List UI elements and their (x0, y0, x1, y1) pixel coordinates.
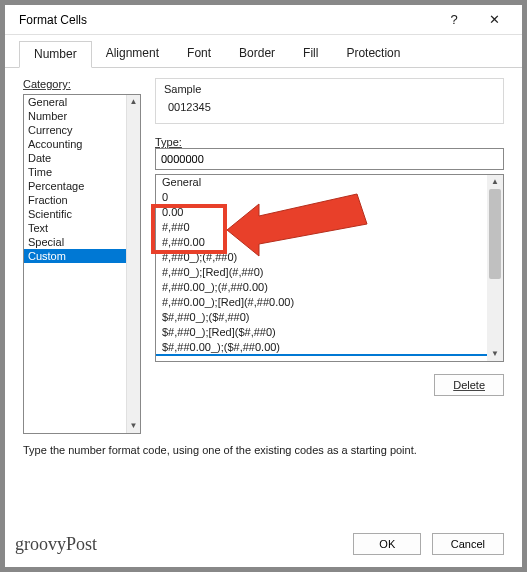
format-item[interactable]: 0 (156, 190, 503, 205)
dialog-footer: groovyPost OK Cancel (5, 523, 522, 567)
category-item-date[interactable]: Date (24, 151, 140, 165)
category-item-custom[interactable]: Custom (24, 249, 140, 263)
format-cells-dialog: Format Cells ? ✕ Number Alignment Font B… (4, 4, 523, 568)
category-item-fraction[interactable]: Fraction (24, 193, 140, 207)
tab-protection[interactable]: Protection (332, 41, 414, 67)
type-label: Type: (155, 136, 504, 148)
format-item[interactable]: $#,##0_);($#,##0) (156, 310, 503, 325)
tab-border[interactable]: Border (225, 41, 289, 67)
tab-strip: Number Alignment Font Border Fill Protec… (5, 35, 522, 68)
scroll-down-icon[interactable]: ▼ (487, 347, 503, 361)
scroll-up-icon[interactable]: ▲ (127, 95, 140, 109)
category-item-percentage[interactable]: Percentage (24, 179, 140, 193)
category-item-text[interactable]: Text (24, 221, 140, 235)
category-item-scientific[interactable]: Scientific (24, 207, 140, 221)
sample-label: Sample (164, 83, 495, 95)
format-item[interactable]: General (156, 175, 503, 190)
format-item[interactable]: #,##0.00_);[Red](#,##0.00) (156, 295, 503, 310)
number-tab-content: Category: General Number Currency Accoun… (5, 68, 522, 523)
format-item[interactable]: #,##0_);[Red](#,##0) (156, 265, 503, 280)
scroll-up-icon[interactable]: ▲ (487, 175, 503, 189)
tab-alignment[interactable]: Alignment (92, 41, 173, 67)
delete-button[interactable]: Delete (434, 374, 504, 396)
dialog-title: Format Cells (19, 13, 434, 27)
cancel-button[interactable]: Cancel (432, 533, 504, 555)
category-item-time[interactable]: Time (24, 165, 140, 179)
category-item-special[interactable]: Special (24, 235, 140, 249)
format-item[interactable]: $#,##0_);[Red]($#,##0) (156, 325, 503, 340)
ok-button[interactable]: OK (353, 533, 421, 555)
category-item-accounting[interactable]: Accounting (24, 137, 140, 151)
category-item-currency[interactable]: Currency (24, 123, 140, 137)
scrollbar-thumb[interactable] (489, 189, 501, 279)
type-input[interactable] (155, 148, 504, 170)
scroll-down-icon[interactable]: ▼ (127, 419, 140, 433)
format-item[interactable]: $#,##0.00_);($#,##0.00) (156, 340, 503, 356)
watermark-logo: groovyPost (15, 534, 97, 555)
hint-text: Type the number format code, using one o… (23, 444, 504, 456)
sample-box: Sample 0012345 (155, 78, 504, 124)
titlebar: Format Cells ? ✕ (5, 5, 522, 35)
category-item-number[interactable]: Number (24, 109, 140, 123)
help-icon[interactable]: ? (434, 12, 474, 27)
category-item-general[interactable]: General (24, 95, 140, 109)
category-listbox[interactable]: General Number Currency Accounting Date … (23, 94, 141, 434)
format-item[interactable]: #,##0.00_);(#,##0.00) (156, 280, 503, 295)
format-item[interactable]: #,##0 (156, 220, 503, 235)
tab-font[interactable]: Font (173, 41, 225, 67)
close-icon[interactable]: ✕ (474, 12, 514, 27)
tab-fill[interactable]: Fill (289, 41, 332, 67)
format-listbox[interactable]: General 0 0.00 #,##0 #,##0.00 #,##0_);(#… (155, 174, 504, 362)
tab-number[interactable]: Number (19, 41, 92, 68)
format-scrollbar[interactable]: ▲ ▼ (487, 175, 503, 361)
format-item[interactable]: #,##0_);(#,##0) (156, 250, 503, 265)
category-label: Category: (23, 78, 141, 90)
format-item[interactable]: #,##0.00 (156, 235, 503, 250)
format-item[interactable]: 0.00 (156, 205, 503, 220)
category-scrollbar[interactable]: ▲ ▼ (126, 95, 140, 433)
sample-value: 0012345 (164, 95, 495, 115)
